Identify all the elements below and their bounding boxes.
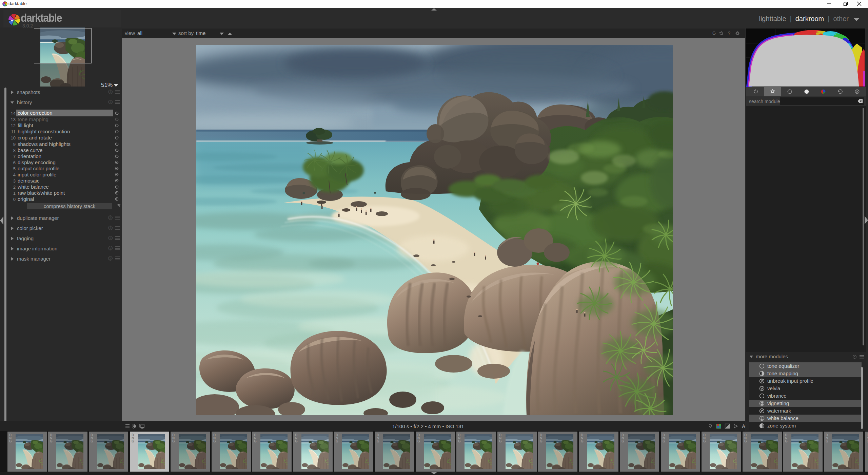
svg-text:G: G [712, 31, 716, 36]
svg-text:?: ? [728, 31, 730, 36]
